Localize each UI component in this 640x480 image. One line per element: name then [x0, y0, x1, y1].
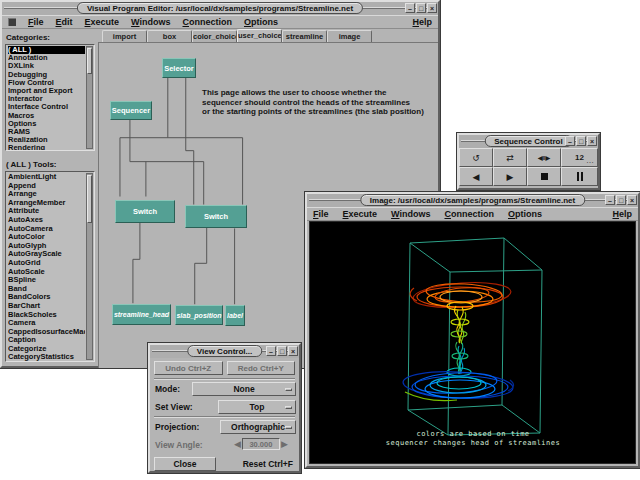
tool-item[interactable]: AutoGlyph [8, 242, 85, 251]
scrollbar-thumb[interactable] [87, 175, 92, 223]
tool-item[interactable]: Caption [8, 336, 85, 345]
close-icon[interactable]: × [627, 195, 637, 205]
loop-button[interactable]: ↺ [459, 148, 493, 167]
category-item[interactable]: Interactor [8, 95, 85, 103]
category-item[interactable]: DXLink [8, 62, 85, 70]
menu-help[interactable]: Help [412, 17, 432, 27]
stop-button[interactable] [527, 167, 561, 186]
category-item[interactable]: Annotation [8, 54, 85, 62]
step-button[interactable]: ◀‖▶ [527, 148, 561, 167]
tool-item[interactable]: Camera [8, 319, 85, 328]
image-titlebar[interactable]: Image: /usr/local/dx/samples/programs/St… [307, 194, 638, 207]
tool-item[interactable]: Append [8, 182, 85, 191]
vpe-titlebar[interactable]: Visual Program Editor: /usr/local/dx/sam… [2, 2, 438, 15]
view-control-titlebar[interactable]: View Control... – □ × [150, 345, 299, 358]
category-item[interactable]: Flow Control [8, 79, 85, 87]
maximize-icon[interactable]: □ [277, 346, 287, 356]
maximize-icon[interactable]: □ [576, 136, 586, 146]
tool-item[interactable]: BSpline [8, 276, 85, 285]
close-button[interactable]: Close [154, 457, 216, 471]
page-tab[interactable]: color_choice [192, 30, 237, 42]
minimize-icon[interactable]: – [405, 3, 415, 13]
menu-item[interactable]: Execute [85, 17, 120, 27]
tool-item[interactable]: AutoAxes [8, 216, 85, 225]
scrollbar-thumb[interactable] [87, 48, 92, 74]
category-item[interactable]: Rendering [8, 144, 85, 151]
menu-item[interactable]: Connection [444, 209, 494, 219]
tool-item[interactable]: Band [8, 285, 85, 294]
tool-item[interactable]: AutoColor [8, 233, 85, 242]
tool-item[interactable]: BarChart [8, 302, 85, 311]
menu-item[interactable]: Options [508, 209, 542, 219]
projection-dropdown[interactable]: Orthographic [220, 420, 296, 434]
menu-item[interactable]: Execute [343, 209, 378, 219]
category-item[interactable]: Import and Export [8, 87, 85, 95]
tools-scrollbar[interactable] [86, 173, 93, 360]
tool-item[interactable]: ArrangeMember [8, 199, 85, 208]
menu-item[interactable]: File [313, 209, 329, 219]
menu-item[interactable]: Edit [56, 17, 73, 27]
page-tab[interactable]: user_choice [237, 29, 282, 42]
page-tab[interactable]: import [102, 30, 147, 42]
menu-item[interactable]: File [28, 17, 44, 27]
redo-button[interactable]: Redo Ctrl+Y [227, 361, 296, 375]
tool-item[interactable]: AutoGrayScale [8, 250, 85, 259]
tool-item[interactable]: BlackScholes [8, 311, 85, 320]
node-label-xmit[interactable]: label [225, 305, 245, 326]
node-slab-position[interactable]: slab_position [175, 305, 223, 325]
tool-item[interactable]: AutoGrid [8, 259, 85, 268]
categories-scrollbar[interactable] [86, 46, 93, 149]
pause-button[interactable] [561, 167, 598, 186]
close-icon[interactable]: × [427, 3, 437, 13]
minimize-icon[interactable]: – [266, 346, 276, 356]
angle-decrement-icon[interactable]: ◀ [234, 438, 241, 450]
play-button[interactable]: ▶ [493, 167, 527, 186]
node-sequencer[interactable]: Sequencer [110, 101, 152, 120]
tool-item[interactable]: Attribute [8, 207, 85, 216]
frame-counter-button[interactable]: 12 … [561, 148, 598, 167]
step-back-button[interactable]: ◀ [459, 167, 493, 186]
maximize-icon[interactable]: □ [616, 195, 626, 205]
tool-item[interactable]: AutoScale [8, 268, 85, 277]
tool-item[interactable]: AmbientLight [8, 173, 85, 182]
node-switch-1[interactable]: Switch [115, 200, 175, 223]
tool-item[interactable]: CategoryStatistics [8, 353, 85, 362]
menu-item[interactable]: Windows [131, 17, 170, 27]
minimize-icon[interactable]: – [605, 195, 615, 205]
menu-help[interactable]: Help [612, 209, 632, 219]
palindrome-button[interactable]: ⇄ [493, 148, 527, 167]
page-tab[interactable]: streamline [282, 30, 327, 42]
node-selector[interactable]: Selector [162, 58, 196, 78]
node-switch-2[interactable]: Switch [185, 205, 247, 228]
category-item[interactable]: Debugging [8, 71, 85, 79]
tool-item[interactable]: Categorize [8, 345, 85, 354]
menu-item[interactable]: Connection [183, 17, 233, 27]
category-item[interactable]: Interface Control [8, 103, 85, 111]
reset-button[interactable]: Reset Ctrl+F [243, 457, 295, 471]
angle-increment-icon[interactable]: ▶ [281, 438, 288, 450]
undo-button[interactable]: Undo Ctrl+Z [154, 361, 223, 375]
tool-item[interactable]: CappedIsosurfaceMac [8, 328, 85, 337]
category-item[interactable]: Macros [8, 112, 85, 120]
tool-item[interactable]: BandColors [8, 293, 85, 302]
sequence-control-titlebar[interactable]: Sequence Control – □ × [459, 135, 598, 148]
category-item[interactable]: Realization [8, 136, 85, 144]
tool-item[interactable]: AutoCamera [8, 225, 85, 234]
category-item[interactable]: RAMS [8, 128, 85, 136]
category-item[interactable]: Options [8, 120, 85, 128]
minimize-icon[interactable]: – [565, 136, 575, 146]
page-tab[interactable]: box [147, 30, 192, 42]
page-tab[interactable]: image [327, 30, 372, 42]
mode-dropdown[interactable]: None [192, 382, 296, 396]
category-item[interactable]: ( ALL ) [8, 46, 85, 54]
image-render-canvas[interactable]: colors are based on time sequencer chang… [309, 221, 636, 464]
menu-item[interactable]: Windows [391, 209, 430, 219]
maximize-icon[interactable]: □ [416, 3, 426, 13]
close-icon[interactable]: × [288, 346, 298, 356]
view-angle-field[interactable]: 30.000 [242, 438, 280, 450]
tool-item[interactable]: Arrange [8, 190, 85, 199]
node-streamline-head[interactable]: streamline_head [112, 304, 171, 325]
menu-item[interactable]: Options [244, 17, 278, 27]
close-icon[interactable]: × [587, 136, 597, 146]
set-view-dropdown[interactable]: Top [218, 400, 296, 414]
